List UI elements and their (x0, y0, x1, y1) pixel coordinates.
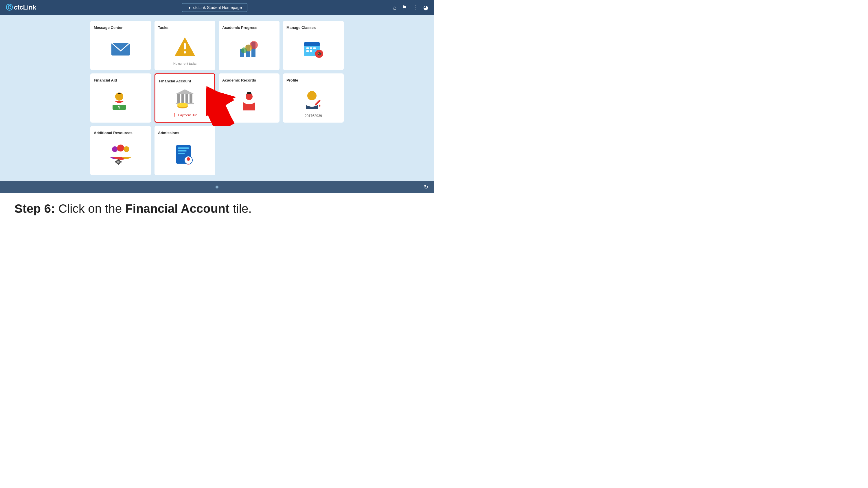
header-center: ▼ ctcLink Student Homepage (182, 3, 247, 12)
svg-point-10 (241, 47, 247, 53)
svg-text:$: $ (118, 105, 120, 109)
profile-number: 201762939 (305, 114, 322, 118)
logo: Ⓒ ctcLink (6, 3, 36, 12)
tile-admissions-title: Admissions (158, 131, 179, 135)
svg-rect-13 (306, 47, 309, 49)
step-highlight-word: Financial Account (125, 202, 229, 216)
svg-text:🎓: 🎓 (317, 52, 322, 56)
chart-icon (238, 38, 261, 61)
header-icons: ⌂ ⚑ ⋮ ◕ (393, 4, 428, 11)
svg-point-38 (112, 146, 118, 152)
main-area: Message Center Tasks (0, 15, 434, 181)
flag-icon[interactable]: ⚑ (402, 4, 407, 11)
calendar-grad-icon: 🎓 (302, 38, 325, 61)
envelope-icon (109, 38, 132, 61)
tile-additional-resources-icon-area (94, 138, 148, 170)
svg-point-4 (184, 51, 186, 54)
svg-rect-48 (178, 148, 189, 149)
tile-financial-account-title: Financial Account (159, 79, 191, 83)
svg-rect-49 (178, 150, 187, 152)
svg-rect-44 (118, 163, 119, 165)
svg-point-39 (117, 144, 124, 152)
svg-rect-43 (118, 159, 119, 160)
svg-marker-23 (176, 89, 194, 94)
people-gear-icon (109, 143, 132, 166)
tile-tasks-title: Tasks (158, 26, 168, 30)
svg-point-35 (307, 91, 316, 100)
tile-additional-resources-title: Additional Resources (94, 131, 132, 135)
tile-financial-aid-title: Financial Aid (94, 78, 117, 83)
step-text-after: tile. (233, 202, 252, 216)
tile-tasks[interactable]: Tasks No current tasks (155, 21, 215, 70)
svg-rect-25 (181, 94, 184, 103)
tile-admissions-icon-area (158, 138, 212, 170)
tile-admissions[interactable]: Admissions (155, 126, 215, 175)
tile-financial-aid-icon-area: $ (94, 85, 148, 118)
grad-money-icon: $ (109, 90, 132, 113)
tiles-grid-container: Message Center Tasks (40, 21, 394, 175)
svg-rect-36 (314, 99, 320, 105)
header: Ⓒ ctcLink ▼ ctcLink Student Homepage ⌂ ⚑… (0, 0, 434, 15)
svg-rect-24 (177, 94, 180, 103)
svg-rect-17 (310, 50, 312, 52)
tile-profile-icon-area (286, 85, 340, 113)
payment-due-text: Payment Due (178, 113, 197, 117)
tile-academic-records[interactable]: Academic Records (219, 73, 279, 123)
bottom-bar: ↻ (0, 181, 434, 193)
svg-point-40 (124, 146, 129, 152)
tile-message-center-title: Message Center (94, 26, 123, 30)
logo-icon: Ⓒ (6, 3, 13, 12)
more-icon[interactable]: ⋮ (412, 4, 418, 11)
tile-academic-progress[interactable]: Academic Progress (219, 21, 279, 70)
svg-rect-34 (247, 92, 251, 93)
tile-message-center[interactable]: Message Center (90, 21, 151, 70)
no-tasks-text: No current tasks (173, 62, 196, 65)
warning-icon (173, 35, 196, 58)
svg-rect-12 (304, 42, 320, 46)
svg-rect-16 (306, 50, 309, 52)
svg-rect-15 (313, 47, 316, 49)
compass-icon[interactable]: ◕ (423, 4, 428, 11)
step-instruction: Step 6: Click on the Financial Account t… (14, 202, 420, 216)
tile-financial-account-icon-area (159, 86, 211, 111)
tile-academic-progress-title: Academic Progress (222, 26, 257, 30)
step-number: Step 6: (14, 202, 55, 216)
payment-due-icon: ❗ (173, 113, 177, 117)
svg-point-42 (117, 161, 120, 163)
tile-academic-records-icon-area (222, 85, 276, 118)
tile-academic-progress-icon-area (222, 33, 276, 65)
home-icon[interactable]: ⌂ (393, 4, 397, 11)
tile-additional-resources[interactable]: Additional Resources (90, 126, 151, 175)
refresh-icon[interactable]: ↻ (424, 184, 428, 190)
svg-marker-37 (319, 104, 321, 107)
svg-rect-45 (115, 161, 117, 162)
tile-profile-title: Profile (286, 78, 298, 83)
svg-rect-27 (189, 94, 192, 103)
svg-rect-46 (120, 161, 122, 162)
page-indicator-dot (216, 186, 218, 189)
payment-due-status: ❗ Payment Due (173, 113, 197, 117)
tile-message-center-icon-area (94, 33, 148, 65)
doc-person-icon (173, 143, 196, 166)
tile-financial-aid[interactable]: Financial Aid $ (90, 73, 151, 123)
tile-tasks-icon-area (158, 33, 212, 60)
tile-academic-records-title: Academic Records (222, 78, 256, 83)
tiles-grid: Message Center Tasks (90, 21, 344, 175)
svg-point-30 (177, 103, 188, 107)
step-section: Step 6: Click on the Financial Account t… (0, 193, 434, 224)
tile-manage-classes-title: Manage Classes (286, 26, 316, 30)
svg-rect-26 (185, 94, 188, 103)
svg-rect-50 (178, 153, 185, 154)
homepage-button[interactable]: ▼ ctcLink Student Homepage (182, 3, 247, 12)
tile-manage-classes-icon-area: 🎓 (286, 33, 340, 65)
svg-rect-14 (310, 47, 312, 49)
svg-rect-3 (184, 43, 186, 50)
bank-icon (173, 87, 196, 110)
tile-manage-classes[interactable]: Manage Classes 🎓 (283, 21, 344, 70)
grad-group-icon (238, 90, 261, 113)
person-pencil-icon (302, 88, 325, 111)
tile-profile[interactable]: Profile 201762939 (283, 73, 344, 123)
logo-text: ctcLink (14, 4, 36, 11)
tile-financial-account[interactable]: Financial Account (155, 73, 215, 123)
step-text-before: Click on the (58, 202, 125, 216)
